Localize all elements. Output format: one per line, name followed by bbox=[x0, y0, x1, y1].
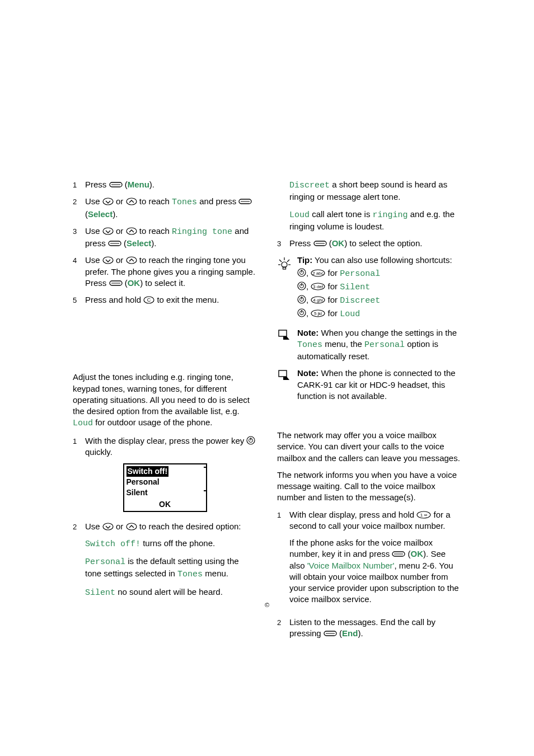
step-body: Press (OK) to select the option. bbox=[289, 238, 461, 249]
menu-item: Ringing tone bbox=[172, 227, 232, 237]
step-number: 2 bbox=[73, 196, 85, 220]
screen-line-selected: Switch off! bbox=[127, 466, 169, 477]
text: Adjust the tones including e.g. ringing … bbox=[73, 372, 250, 416]
intro-paragraph: Adjust the tones including e.g. ringing … bbox=[73, 372, 257, 429]
tip-box: Tip: You can also use following shortcut… bbox=[277, 255, 461, 321]
key-5-icon: 5 jkl bbox=[311, 309, 325, 317]
text: for bbox=[328, 268, 340, 278]
note-box-2: Note: When the phone is connected to the… bbox=[277, 368, 461, 402]
text: or bbox=[116, 522, 123, 531]
text: Use bbox=[85, 522, 100, 531]
text: ). bbox=[151, 238, 156, 248]
option: Silent bbox=[340, 283, 370, 292]
option: Loud bbox=[289, 210, 310, 220]
vm-step-2: 2 Listen to the messages. End the call b… bbox=[277, 617, 461, 640]
step-number: 3 bbox=[277, 238, 289, 249]
step-body: Use or to reach the ringing tone you pre… bbox=[85, 255, 257, 289]
step-2: 2 Use or to reach Tones and press (Selec… bbox=[73, 196, 257, 220]
profile-step-2: 2 Use or to reach the desired option: Sw… bbox=[73, 521, 257, 604]
text: ). bbox=[113, 209, 118, 219]
text: to reach the desired option: bbox=[139, 522, 241, 531]
screen-softkey: OK bbox=[127, 499, 204, 510]
text: turns off the phone. bbox=[140, 538, 215, 548]
key-2-icon: 2 abc bbox=[311, 269, 325, 277]
text: Press and hold bbox=[85, 295, 141, 304]
step-3: 3 Use or to reach Ringing tone and press… bbox=[73, 226, 257, 250]
voicemail-paragraph-1: The network may offer you a voice mailbo… bbox=[277, 430, 461, 464]
softkey-icon bbox=[109, 181, 123, 189]
svg-text:1 ∞: 1 ∞ bbox=[420, 513, 428, 518]
softkey-label: End bbox=[342, 628, 358, 638]
power-key-icon bbox=[297, 295, 306, 304]
menu-item: Tones bbox=[177, 570, 203, 579]
scroll-down-icon bbox=[102, 227, 114, 235]
scroll-up-icon bbox=[126, 198, 137, 205]
text: menu. bbox=[203, 569, 228, 578]
option: Loud bbox=[73, 419, 93, 428]
text: Use bbox=[85, 226, 100, 236]
scroll-down-icon bbox=[102, 256, 114, 264]
text: for bbox=[328, 295, 340, 304]
step-number: 5 bbox=[73, 294, 85, 306]
step-number: 1 bbox=[73, 435, 85, 458]
menu-item: Tones bbox=[297, 340, 322, 350]
text: Press bbox=[85, 180, 106, 189]
note-text: Note: When the phone is connected to the… bbox=[297, 368, 461, 402]
step-number: 4 bbox=[73, 255, 85, 289]
softkey-label: OK bbox=[411, 549, 424, 558]
option: Personal bbox=[364, 340, 405, 350]
text: Use bbox=[85, 196, 100, 206]
text: or bbox=[116, 255, 123, 265]
shortcut-loud: , 5 jkl for Loud bbox=[297, 308, 461, 320]
footer-copyright: © bbox=[0, 601, 534, 609]
step-body: Use or to reach the desired option: Swit… bbox=[85, 521, 257, 604]
step-5: 5 Press and hold to exit the menu. bbox=[73, 294, 257, 306]
scroll-down-icon bbox=[102, 198, 114, 205]
text: or bbox=[116, 226, 123, 236]
text: call alert tone is bbox=[310, 209, 373, 219]
option: ringing bbox=[373, 210, 408, 220]
svg-text:5 jkl: 5 jkl bbox=[314, 311, 322, 316]
screen-line: Personal bbox=[127, 477, 204, 487]
text: Press bbox=[289, 238, 311, 248]
power-key-icon bbox=[297, 281, 306, 290]
softkey-icon bbox=[392, 550, 405, 558]
left-column: 1 Press (Menu). 2 Use or to reach Tones bbox=[73, 179, 257, 645]
softkey-label: Select bbox=[127, 238, 151, 248]
text: Use bbox=[85, 255, 100, 265]
text: With the display clear, press the power … bbox=[85, 436, 244, 445]
step-number: 3 bbox=[73, 226, 85, 250]
softkey-icon bbox=[324, 630, 337, 637]
text: for bbox=[328, 308, 340, 318]
text: ). bbox=[149, 180, 154, 189]
text: When you change the settings in the bbox=[318, 328, 457, 337]
softkey-label: Select bbox=[88, 209, 113, 219]
scroll-up-icon bbox=[126, 256, 137, 264]
option: Loud bbox=[340, 309, 360, 319]
c-key-icon bbox=[143, 296, 154, 304]
key-4-icon: 4 ghi bbox=[311, 296, 325, 304]
step-number: 2 bbox=[73, 521, 85, 604]
softkey-label: OK bbox=[128, 278, 140, 288]
right-step-3: 3 Press (OK) to select the option. bbox=[277, 238, 461, 249]
step-number: 1 bbox=[277, 509, 289, 611]
softkey-label: Menu bbox=[128, 180, 149, 189]
softkey-icon bbox=[313, 240, 327, 247]
power-key-icon bbox=[297, 308, 306, 317]
vm-step-1: 1 With clear display, press and hold 1 ∞… bbox=[277, 509, 461, 611]
note-icon bbox=[277, 327, 293, 363]
softkey-icon bbox=[238, 198, 252, 205]
menu-item: Tones bbox=[172, 198, 197, 207]
note-label: Note: bbox=[297, 368, 318, 378]
spacer bbox=[277, 407, 461, 430]
text: no sound alert will be heard. bbox=[115, 587, 223, 597]
option-description: Loud call alert tone is ringing and e.g.… bbox=[289, 209, 461, 233]
step-number: 1 bbox=[73, 179, 85, 190]
svg-text:4 ghi: 4 ghi bbox=[313, 298, 324, 303]
step-body: With clear display, press and hold 1 ∞ f… bbox=[289, 509, 461, 611]
text: menu, the bbox=[322, 339, 364, 349]
text: to reach bbox=[139, 196, 170, 206]
shortcut-discreet: , 4 ghi for Discreet bbox=[297, 294, 461, 307]
softkey-icon bbox=[109, 279, 123, 287]
step-body: Use or to reach Ringing tone and press (… bbox=[85, 226, 257, 250]
